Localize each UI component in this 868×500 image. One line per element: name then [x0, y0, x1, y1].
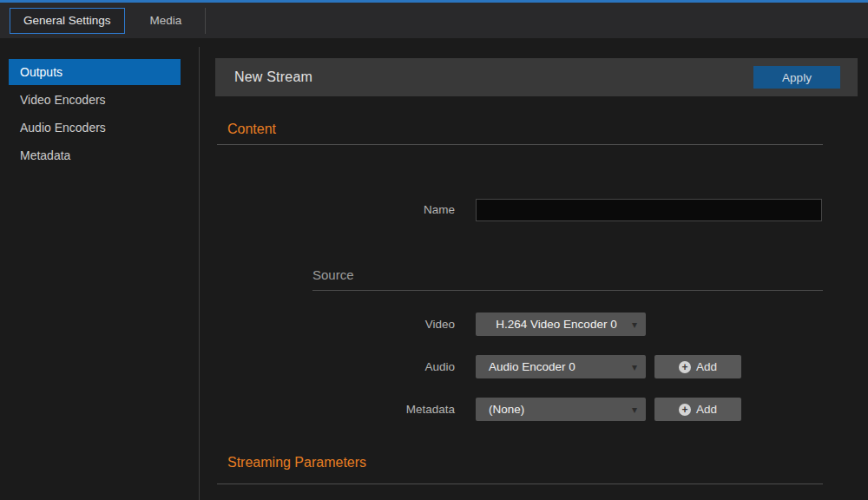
content-area: Outputs Video Encoders Audio Encoders Me… [0, 38, 868, 500]
tab-media[interactable]: Media [137, 8, 195, 34]
add-metadata-button-label: Add [696, 403, 717, 416]
add-audio-button-label: Add [696, 360, 717, 373]
add-audio-button[interactable]: + Add [654, 355, 741, 378]
apply-button[interactable]: Apply [753, 66, 840, 89]
subsection-title-source: Source [312, 267, 354, 282]
plus-circle-icon: + [679, 361, 691, 373]
tab-separator [205, 8, 206, 34]
sidebar-item-video-encoders[interactable]: Video Encoders [9, 87, 181, 113]
section-title-streaming-parameters: Streaming Parameters [227, 455, 366, 470]
page-title: New Stream [215, 69, 312, 85]
sidebar-item-audio-encoders[interactable]: Audio Encoders [9, 115, 181, 141]
chevron-down-icon: ▾ [632, 404, 646, 416]
streaming-section-divider [217, 484, 823, 484]
main-panel: New Stream Apply Content Name Source Vid… [200, 38, 868, 500]
source-subsection-divider [312, 290, 823, 291]
metadata-source-dropdown[interactable]: (None) ▾ [476, 398, 646, 421]
name-input[interactable] [476, 199, 822, 221]
video-source-dropdown[interactable]: H.264 Video Encoder 0 ▾ [476, 312, 646, 336]
video-label: Video [200, 312, 455, 336]
sidebar-item-metadata[interactable]: Metadata [9, 142, 181, 168]
section-title-content: Content [227, 122, 276, 137]
sidebar: Outputs Video Encoders Audio Encoders Me… [0, 38, 199, 500]
audio-label: Audio [200, 355, 455, 378]
panel-header: New Stream Apply [215, 58, 858, 96]
chevron-down-icon: ▾ [632, 319, 646, 331]
top-tab-bar: General Settings Media [0, 0, 868, 38]
plus-circle-icon: + [679, 404, 691, 416]
chevron-down-icon: ▾ [632, 361, 646, 373]
sidebar-item-outputs[interactable]: Outputs [9, 59, 181, 85]
metadata-label: Metadata [200, 398, 455, 421]
video-source-selected-value: H.264 Video Encoder 0 [476, 318, 632, 331]
tab-general-settings[interactable]: General Settings [10, 8, 125, 34]
audio-source-selected-value: Audio Encoder 0 [476, 360, 632, 373]
metadata-source-selected-value: (None) [476, 403, 632, 416]
add-metadata-button[interactable]: + Add [654, 398, 741, 421]
audio-source-dropdown[interactable]: Audio Encoder 0 ▾ [476, 355, 646, 378]
name-label: Name [200, 199, 455, 221]
content-section-divider [217, 144, 823, 145]
